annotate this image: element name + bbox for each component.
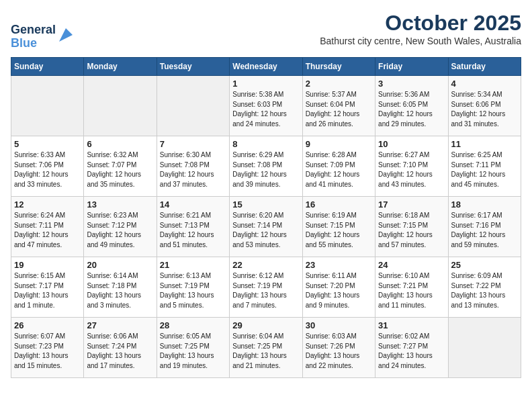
- calendar-cell: 3Sunrise: 5:36 AM Sunset: 6:05 PM Daylig…: [375, 76, 448, 136]
- day-number: 14: [160, 199, 226, 210]
- logo-text: GeneralBlue: [11, 24, 56, 50]
- day-info: Sunrise: 6:17 AM Sunset: 7:16 PM Dayligh…: [451, 211, 518, 250]
- day-info: Sunrise: 6:13 AM Sunset: 7:19 PM Dayligh…: [160, 271, 226, 310]
- day-header-friday: Friday: [375, 58, 448, 76]
- calendar-cell: 17Sunrise: 6:18 AM Sunset: 7:15 PM Dayli…: [375, 197, 448, 257]
- day-number: 6: [87, 139, 153, 149]
- day-number: 16: [306, 199, 372, 210]
- calendar-cell: 16Sunrise: 6:19 AM Sunset: 7:15 PM Dayli…: [302, 197, 375, 257]
- day-header-thursday: Thursday: [302, 58, 375, 76]
- day-number: 19: [14, 260, 81, 270]
- day-info: Sunrise: 6:07 AM Sunset: 7:23 PM Dayligh…: [14, 332, 81, 371]
- calendar-cell: 25Sunrise: 6:09 AM Sunset: 7:22 PM Dayli…: [448, 257, 521, 318]
- calendar-cell: 27Sunrise: 6:06 AM Sunset: 7:24 PM Dayli…: [84, 318, 157, 378]
- day-number: 8: [232, 139, 299, 149]
- day-info: Sunrise: 6:06 AM Sunset: 7:24 PM Dayligh…: [87, 332, 153, 371]
- day-number: 31: [378, 320, 445, 330]
- day-number: 11: [451, 139, 518, 149]
- day-number: 15: [232, 199, 299, 210]
- day-number: 4: [451, 79, 518, 89]
- calendar-cell: 6Sunrise: 6:32 AM Sunset: 7:07 PM Daylig…: [84, 136, 157, 197]
- calendar-cell: 11Sunrise: 6:25 AM Sunset: 7:11 PM Dayli…: [448, 136, 521, 197]
- day-number: 1: [232, 79, 299, 89]
- day-number: 20: [87, 260, 153, 270]
- day-number: 5: [14, 139, 81, 149]
- calendar-cell: 10Sunrise: 6:27 AM Sunset: 7:10 PM Dayli…: [375, 136, 448, 197]
- month-title: October 2025: [320, 11, 521, 36]
- day-info: Sunrise: 6:23 AM Sunset: 7:12 PM Dayligh…: [87, 211, 153, 250]
- calendar-cell: 13Sunrise: 6:23 AM Sunset: 7:12 PM Dayli…: [84, 197, 157, 257]
- day-info: Sunrise: 6:29 AM Sunset: 7:08 PM Dayligh…: [232, 150, 299, 189]
- day-info: Sunrise: 6:28 AM Sunset: 7:09 PM Dayligh…: [306, 150, 372, 189]
- calendar-cell: 21Sunrise: 6:13 AM Sunset: 7:19 PM Dayli…: [157, 257, 229, 318]
- calendar-cell: 2Sunrise: 5:37 AM Sunset: 6:04 PM Daylig…: [302, 76, 375, 136]
- calendar-cell: 1Sunrise: 5:38 AM Sunset: 6:03 PM Daylig…: [230, 76, 302, 136]
- day-info: Sunrise: 6:03 AM Sunset: 7:26 PM Dayligh…: [306, 332, 372, 371]
- day-info: Sunrise: 6:14 AM Sunset: 7:18 PM Dayligh…: [87, 271, 153, 310]
- calendar-cell: 26Sunrise: 6:07 AM Sunset: 7:23 PM Dayli…: [11, 318, 84, 378]
- calendar-cell: [11, 76, 84, 136]
- day-info: Sunrise: 6:21 AM Sunset: 7:13 PM Dayligh…: [160, 211, 226, 250]
- day-number: 13: [87, 199, 153, 210]
- calendar-cell: 24Sunrise: 6:10 AM Sunset: 7:21 PM Dayli…: [375, 257, 448, 318]
- svg-marker-0: [59, 28, 73, 42]
- day-number: 25: [451, 260, 518, 270]
- day-info: Sunrise: 5:34 AM Sunset: 6:06 PM Dayligh…: [451, 90, 518, 129]
- day-info: Sunrise: 5:36 AM Sunset: 6:05 PM Dayligh…: [378, 90, 445, 129]
- calendar-cell: 15Sunrise: 6:20 AM Sunset: 7:14 PM Dayli…: [230, 197, 302, 257]
- day-info: Sunrise: 6:33 AM Sunset: 7:06 PM Dayligh…: [14, 150, 81, 189]
- day-header-monday: Monday: [84, 58, 157, 76]
- day-number: 17: [378, 199, 445, 210]
- day-info: Sunrise: 6:19 AM Sunset: 7:15 PM Dayligh…: [306, 211, 372, 250]
- calendar-cell: 30Sunrise: 6:03 AM Sunset: 7:26 PM Dayli…: [302, 318, 375, 378]
- day-info: Sunrise: 6:11 AM Sunset: 7:20 PM Dayligh…: [306, 271, 372, 310]
- day-info: Sunrise: 6:15 AM Sunset: 7:17 PM Dayligh…: [14, 271, 81, 310]
- calendar-cell: 20Sunrise: 6:14 AM Sunset: 7:18 PM Dayli…: [84, 257, 157, 318]
- day-number: 18: [451, 199, 518, 210]
- day-header-saturday: Saturday: [448, 58, 521, 76]
- calendar-cell: 8Sunrise: 6:29 AM Sunset: 7:08 PM Daylig…: [230, 136, 302, 197]
- subtitle: Bathurst city centre, New South Wales, A…: [320, 36, 521, 46]
- day-info: Sunrise: 6:24 AM Sunset: 7:11 PM Dayligh…: [14, 211, 81, 250]
- day-number: 21: [160, 260, 226, 270]
- day-info: Sunrise: 6:32 AM Sunset: 7:07 PM Dayligh…: [87, 150, 153, 189]
- calendar-cell: [84, 76, 157, 136]
- day-number: 30: [306, 320, 372, 330]
- calendar-cell: [157, 76, 229, 136]
- calendar-cell: 12Sunrise: 6:24 AM Sunset: 7:11 PM Dayli…: [11, 197, 84, 257]
- day-number: 9: [306, 139, 372, 149]
- calendar-cell: 28Sunrise: 6:05 AM Sunset: 7:25 PM Dayli…: [157, 318, 229, 378]
- day-number: 3: [378, 79, 445, 89]
- day-header-wednesday: Wednesday: [230, 58, 302, 76]
- calendar-cell: 22Sunrise: 6:12 AM Sunset: 7:19 PM Dayli…: [230, 257, 302, 318]
- calendar-cell: 7Sunrise: 6:30 AM Sunset: 7:08 PM Daylig…: [157, 136, 229, 197]
- day-header-sunday: Sunday: [11, 58, 84, 76]
- calendar-cell: 4Sunrise: 5:34 AM Sunset: 6:06 PM Daylig…: [448, 76, 521, 136]
- calendar-cell: [448, 318, 521, 378]
- day-number: 24: [378, 260, 445, 270]
- logo-icon: [58, 26, 73, 44]
- calendar-cell: 31Sunrise: 6:02 AM Sunset: 7:27 PM Dayli…: [375, 318, 448, 378]
- day-number: 28: [160, 320, 226, 330]
- day-info: Sunrise: 6:30 AM Sunset: 7:08 PM Dayligh…: [160, 150, 226, 189]
- day-number: 10: [378, 139, 445, 149]
- calendar-cell: 29Sunrise: 6:04 AM Sunset: 7:25 PM Dayli…: [230, 318, 302, 378]
- day-header-tuesday: Tuesday: [157, 58, 229, 76]
- day-info: Sunrise: 5:38 AM Sunset: 6:03 PM Dayligh…: [232, 90, 299, 129]
- day-info: Sunrise: 6:09 AM Sunset: 7:22 PM Dayligh…: [451, 271, 518, 310]
- day-info: Sunrise: 6:18 AM Sunset: 7:15 PM Dayligh…: [378, 211, 445, 250]
- day-number: 22: [232, 260, 299, 270]
- day-info: Sunrise: 6:02 AM Sunset: 7:27 PM Dayligh…: [378, 332, 445, 371]
- day-number: 12: [14, 199, 81, 210]
- calendar-cell: 14Sunrise: 6:21 AM Sunset: 7:13 PM Dayli…: [157, 197, 229, 257]
- day-info: Sunrise: 6:10 AM Sunset: 7:21 PM Dayligh…: [378, 271, 445, 310]
- day-number: 7: [160, 139, 226, 149]
- day-info: Sunrise: 6:27 AM Sunset: 7:10 PM Dayligh…: [378, 150, 445, 189]
- day-number: 27: [87, 320, 153, 330]
- calendar-cell: 9Sunrise: 6:28 AM Sunset: 7:09 PM Daylig…: [302, 136, 375, 197]
- calendar-cell: 19Sunrise: 6:15 AM Sunset: 7:17 PM Dayli…: [11, 257, 84, 318]
- day-number: 2: [306, 79, 372, 89]
- day-info: Sunrise: 6:05 AM Sunset: 7:25 PM Dayligh…: [160, 332, 226, 371]
- calendar-cell: 5Sunrise: 6:33 AM Sunset: 7:06 PM Daylig…: [11, 136, 84, 197]
- calendar-cell: 23Sunrise: 6:11 AM Sunset: 7:20 PM Dayli…: [302, 257, 375, 318]
